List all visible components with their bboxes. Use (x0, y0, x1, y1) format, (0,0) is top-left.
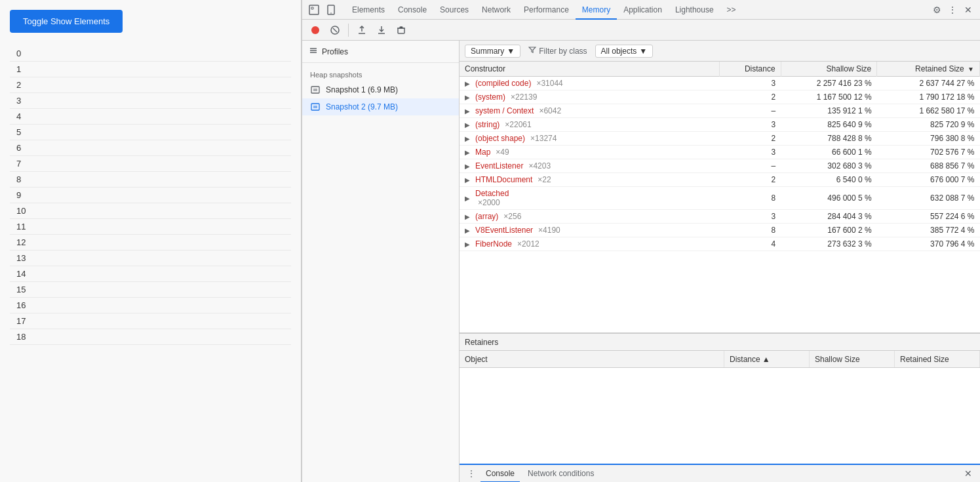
table-row[interactable]: ▶ Map ×49 3 66 600 1 % 702 576 7 % (460, 146, 980, 159)
toggle-show-elements-button[interactable]: Toggle Show Elements (10, 10, 123, 33)
expand-arrow-icon[interactable]: ▶ (465, 163, 473, 170)
table-row[interactable]: ▶ EventListener ×4203 – 302 680 3 % 688 … (460, 159, 980, 173)
expand-arrow-icon[interactable]: ▶ (465, 121, 473, 129)
settings-button[interactable]: ⚙ (930, 3, 943, 16)
retained-size-cell: 370 796 4 % (877, 237, 980, 251)
upload-button[interactable] (354, 22, 370, 38)
main-panel: Summary ▼ Filter by class All objects ▼ (460, 41, 980, 482)
table-row[interactable]: ▶ (array) ×256 3 284 404 3 % 557 224 6 % (460, 210, 980, 224)
close-devtools-button[interactable]: ✕ (962, 3, 975, 16)
col-retained-size[interactable]: Retained Size ▼ (877, 62, 980, 77)
svg-rect-0 (309, 5, 319, 14)
distance-cell: – (720, 159, 781, 173)
summary-select[interactable]: Summary ▼ (465, 45, 520, 58)
tab-more-chevron[interactable]: >> (720, 0, 743, 20)
expand-arrow-icon[interactable]: ▶ (465, 135, 473, 142)
profiles-header: Profiles (302, 41, 459, 63)
expand-arrow-icon[interactable]: ▶ (465, 227, 473, 234)
all-objects-select[interactable]: All objects ▼ (595, 45, 654, 58)
snapshot-2-item[interactable]: Snapshot 2 (9.7 MB) (302, 98, 459, 115)
list-item: 3 (10, 93, 291, 109)
tab-elements[interactable]: Elements (345, 0, 391, 20)
svg-point-2 (330, 12, 332, 14)
shallow-size-cell: 273 632 3 % (781, 237, 877, 251)
console-tab-network[interactable]: Network conditions (522, 464, 599, 482)
stop-button[interactable] (327, 22, 343, 38)
table-row[interactable]: ▶ system / Context ×6042 – 135 912 1 % 1… (460, 104, 980, 118)
tab-application[interactable]: Application (617, 0, 669, 20)
retainers-sort-asc-icon: ▲ (762, 355, 770, 364)
expand-arrow-icon[interactable]: ▶ (465, 195, 473, 202)
constructor-cell: ▶ Map ×49 (460, 146, 720, 159)
list-item: 0 (10, 46, 291, 62)
device-toggle-button[interactable] (324, 3, 338, 16)
expand-arrow-icon[interactable]: ▶ (465, 94, 473, 101)
tab-sources[interactable]: Sources (433, 0, 475, 20)
list-item: 18 (10, 329, 291, 345)
retained-size-cell: 702 576 7 % (877, 146, 980, 159)
distance-cell: 3 (720, 210, 781, 224)
shallow-size-cell: 66 600 1 % (781, 146, 877, 159)
snapshot-active-icon (310, 102, 321, 112)
distance-cell: 2 (720, 90, 781, 104)
expand-arrow-icon[interactable]: ▶ (465, 108, 473, 115)
distance-cell: 4 (720, 237, 781, 251)
col-shallow-size[interactable]: Shallow Size (781, 62, 877, 77)
retainers-col-retained[interactable]: Retained Size (895, 351, 980, 367)
profiles-label: Profiles (322, 47, 348, 56)
list-item: 16 (10, 298, 291, 313)
console-close-button[interactable]: ✕ (962, 467, 975, 480)
shallow-size-cell: 825 640 9 % (781, 118, 877, 132)
shallow-size-cell: 788 428 8 % (781, 132, 877, 146)
shallow-size-cell: 496 000 5 % (781, 187, 877, 210)
table-row[interactable]: ▶ V8EventListener ×4190 8 167 600 2 % 38… (460, 224, 980, 237)
clear-button[interactable] (393, 22, 409, 38)
constructor-name: V8EventListener (475, 226, 533, 235)
constructor-count: ×49 (496, 148, 509, 157)
table-row[interactable]: ▶ (compiled code) ×31044 3 2 257 416 23 … (460, 77, 980, 90)
profiles-section: Heap snapshots Snapshot 1 (6.9 MB) Snaps… (302, 63, 459, 121)
more-options-button[interactable]: ⋮ (946, 3, 959, 16)
retained-size-cell: 1 662 580 17 % (877, 104, 980, 118)
constructor-count: ×22061 (505, 120, 531, 129)
retained-size-cell: 632 088 7 % (877, 187, 980, 210)
retainers-col-distance[interactable]: Distance ▲ (724, 351, 810, 367)
retainers-col-object[interactable]: Object (460, 351, 724, 367)
retainers-col-shallow[interactable]: Shallow Size (810, 351, 895, 367)
console-tab-active[interactable]: Console (480, 464, 520, 482)
snapshot-1-item[interactable]: Snapshot 1 (6.9 MB) (302, 81, 459, 98)
table-row[interactable]: ▶ Detached ×2000 8 496 000 5 % 632 088 7… (460, 187, 980, 210)
list-item: 1 (10, 62, 291, 77)
expand-arrow-icon[interactable]: ▶ (465, 176, 473, 184)
col-distance[interactable]: Distance (720, 62, 781, 77)
console-more-button[interactable]: ⋮ (465, 467, 478, 480)
svg-point-3 (311, 26, 319, 34)
table-row[interactable]: ▶ (system) ×22139 2 1 167 500 12 % 1 790… (460, 90, 980, 104)
col-constructor[interactable]: Constructor (460, 62, 720, 77)
retained-size-cell: 825 720 9 % (877, 118, 980, 132)
heap-table: Constructor Distance Shallow Size Retain… (460, 62, 980, 251)
inspect-element-button[interactable] (307, 3, 321, 16)
table-row[interactable]: ▶ HTMLDocument ×22 2 6 540 0 % 676 000 7… (460, 173, 980, 187)
tab-network[interactable]: Network (475, 0, 517, 20)
tab-lighthouse[interactable]: Lighthouse (669, 0, 720, 20)
table-row[interactable]: ▶ (object shape) ×13274 2 788 428 8 % 79… (460, 132, 980, 146)
constructor-count: ×4190 (538, 226, 560, 235)
table-row[interactable]: ▶ (string) ×22061 3 825 640 9 % 825 720 … (460, 118, 980, 132)
expand-arrow-icon[interactable]: ▶ (465, 241, 473, 248)
table-row[interactable]: ▶ FiberNode ×2012 4 273 632 3 % 370 796 … (460, 237, 980, 251)
filter-by-class[interactable]: Filter by class (524, 45, 591, 57)
list-item: 13 (10, 251, 291, 266)
download-button[interactable] (374, 22, 389, 38)
heap-table-container[interactable]: Constructor Distance Shallow Size Retain… (460, 62, 980, 332)
expand-arrow-icon[interactable]: ▶ (465, 80, 473, 87)
tab-console[interactable]: Console (391, 0, 433, 20)
expand-arrow-icon[interactable]: ▶ (465, 149, 473, 156)
tab-memory[interactable]: Memory (576, 0, 617, 20)
tab-performance[interactable]: Performance (517, 0, 576, 20)
shallow-size-cell: 284 404 3 % (781, 210, 877, 224)
profiles-icon (309, 46, 318, 57)
expand-arrow-icon[interactable]: ▶ (465, 213, 473, 220)
constructor-cell: ▶ EventListener ×4203 (460, 159, 720, 173)
record-button[interactable] (307, 22, 323, 38)
